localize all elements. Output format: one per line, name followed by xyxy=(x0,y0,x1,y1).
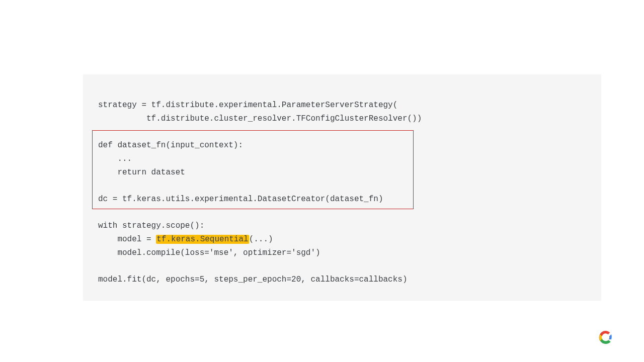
code-line-4: def dataset_fn(input_context): xyxy=(98,141,243,150)
code-content: strategy = tf.distribute.experimental.Pa… xyxy=(98,99,586,287)
code-line-1: strategy = tf.distribute.experimental.Pa… xyxy=(98,101,397,110)
code-block: strategy = tf.distribute.experimental.Pa… xyxy=(83,74,601,301)
code-line-10: with strategy.scope(): xyxy=(98,221,204,230)
code-line-8: dc = tf.keras.utils.experimental.Dataset… xyxy=(98,195,383,204)
code-line-5: ... xyxy=(98,154,132,163)
highlight-sequential: tf.keras.Sequential xyxy=(156,235,249,244)
code-line-6: return dataset xyxy=(98,168,185,177)
code-line-11-pre: model = xyxy=(98,235,156,244)
code-line-11-post: (...) xyxy=(249,235,273,244)
code-line-2: tf.distribute.cluster_resolver.TFConfigC… xyxy=(98,114,422,123)
code-line-14: model.fit(dc, epochs=5, steps_per_epoch=… xyxy=(98,275,408,284)
code-line-12: model.compile(loss='mse', optimizer='sgd… xyxy=(98,248,320,257)
google-cloud-icon xyxy=(598,331,614,344)
